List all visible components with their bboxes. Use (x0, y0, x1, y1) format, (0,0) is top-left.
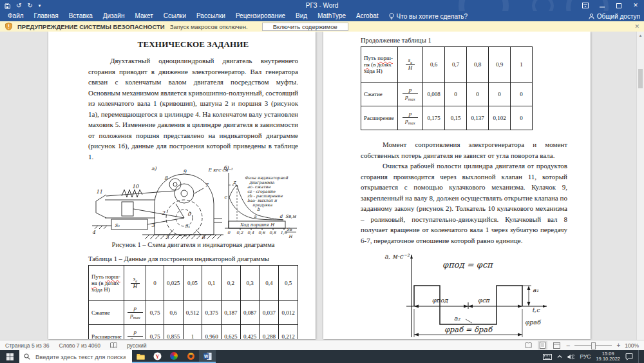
taskbar-word[interactable]: W (199, 350, 216, 363)
tab-references[interactable]: Ссылки (158, 11, 191, 21)
tell-me-box[interactable]: Что вы хотите сделать? (384, 13, 468, 20)
taskbar-yandex-browser[interactable]: Y (149, 350, 166, 363)
warning-message: Запуск макросов отключен. (170, 23, 248, 30)
page-indicator[interactable]: Страница 5 из 36 (5, 342, 49, 349)
tab-file[interactable]: Файл (3, 11, 29, 21)
document-page-left[interactable]: ТЕХНИЧЕСКОЕ ЗАДАНИЕ Двухтактный одноцили… (48, 32, 316, 339)
proofing-status-icon[interactable] (110, 342, 117, 348)
table-cell: 0,175 (423, 106, 445, 130)
tab-mathtype[interactable]: MathType (312, 11, 351, 21)
warning-close-icon[interactable]: ✕ (634, 23, 639, 30)
table-cell-label: Сжатие (89, 301, 124, 325)
table-cell: 0,037 (260, 301, 279, 325)
scroll-up-arrow-icon[interactable]: ▲ (637, 32, 644, 39)
table-cell-formula: ppmax (398, 83, 423, 106)
table-cell: 0,425 (240, 325, 260, 340)
document-page-right[interactable]: Продолжение таблицы 1 Путь порш-ня (в до… (323, 32, 591, 339)
svg-text:8: 8 (164, 175, 168, 181)
tab-design[interactable]: Дизайн (98, 11, 130, 21)
svg-text:5: 5 (166, 235, 169, 240)
language-indicator[interactable]: русский (127, 342, 147, 349)
windows-logo-icon (6, 353, 14, 360)
zoom-slider-thumb[interactable] (591, 342, 596, 349)
svg-text:0,8: 0,8 (269, 230, 276, 235)
enable-content-button[interactable]: Включить содержимое (262, 23, 348, 31)
show-desktop-button[interactable] (638, 350, 641, 363)
svg-text:P, кгс·см⁻²: P, кгс·см⁻² (208, 168, 233, 173)
svg-text:Sв: Sв (287, 227, 292, 232)
table-cell-label: Расширение (89, 325, 124, 340)
tab-acrobat[interactable]: Acrobat (351, 11, 383, 21)
svg-text:S₃: S₃ (115, 223, 120, 228)
table-cell: 0 (467, 83, 489, 106)
table-cell: 1 (511, 47, 533, 83)
svg-text:φраб: φраб (525, 319, 541, 326)
doc-paragraph: Очистка рабочей полости цилиндра двигате… (361, 161, 567, 246)
taskbar-app-sphere[interactable] (166, 350, 182, 363)
svg-text:ас- сжатие: ас- сжатие (247, 184, 270, 189)
table-cell-label: Путь порш-ня (в доляххода Н) (361, 47, 398, 83)
table-cell: 0,512 (183, 301, 202, 325)
warning-title: ПРЕДУПРЕЖДЕНИЕ СИСТЕМЫ БЕЗОПАСНОСТИ (17, 23, 165, 30)
zoom-level[interactable]: 100% (625, 342, 639, 349)
tab-review[interactable]: Рецензирование (231, 11, 290, 21)
maximize-button[interactable] (611, 0, 627, 11)
search-input[interactable] (34, 353, 127, 361)
action-center-icon[interactable] (625, 353, 633, 360)
zoom-out-button[interactable]: − (566, 342, 570, 349)
close-button[interactable]: ✕ (627, 0, 644, 11)
start-button[interactable] (0, 350, 19, 363)
clock[interactable]: 15:09 19.10.2022 (596, 351, 620, 362)
table-cell: 0,3 (240, 266, 260, 301)
web-layout-view-icon[interactable] (552, 341, 562, 349)
table-cell: 0,375 (202, 301, 222, 325)
volume-icon[interactable] (567, 354, 574, 360)
zoom-slider[interactable] (574, 342, 612, 349)
touch-keyboard-icon[interactable] (543, 354, 552, 360)
table-cell-formula: ppmax (398, 106, 423, 130)
svg-text:t,c: t,c (532, 306, 540, 313)
svg-text:φраб = δраб: φраб = δраб (444, 325, 493, 334)
table-cell: 0,4 (260, 266, 279, 301)
table-cell: 0,212 (279, 325, 298, 340)
minimize-button[interactable] (594, 0, 611, 11)
lightbulb-icon (389, 13, 394, 20)
table-cell: 0,6 (423, 47, 445, 83)
table-cell: 0,960 (202, 325, 222, 340)
table1-caption: Таблица 1 – Данные для построения индика… (88, 255, 298, 262)
hidden-icons-chevron[interactable] (557, 355, 562, 358)
clock-date: 19.10.2022 (596, 357, 620, 362)
ring-app-icon (187, 353, 194, 360)
print-layout-view-icon[interactable] (538, 341, 547, 349)
table-row: Расширение ppmax 0,75 0,855 1 0,960 0,62… (89, 325, 298, 340)
tab-insert[interactable]: Вставка (64, 11, 98, 21)
vertical-scrollbar[interactable]: ▲ (636, 32, 644, 340)
taskbar-app-ring[interactable] (182, 350, 199, 363)
share-button[interactable]: Общий доступ (589, 11, 640, 21)
taskbar-search[interactable] (19, 350, 132, 363)
person-icon (589, 14, 594, 19)
tab-mailings[interactable]: Рассылки (191, 11, 231, 21)
scrollbar-thumb[interactable] (638, 69, 643, 88)
document-workspace: ТЕХНИЧЕСКОЕ ЗАДАНИЕ Двухтактный одноцили… (0, 32, 644, 340)
tab-view[interactable]: Вид (290, 11, 312, 21)
table-cell: 0,1 (202, 266, 222, 301)
windows-taskbar: Y W РУС (0, 350, 644, 363)
titlebar: ↺ ↻ ▾ РГЗ - Word ✕ (0, 0, 644, 11)
zoom-in-button[interactable]: + (616, 342, 620, 349)
word-count[interactable]: Слово 7 из 4060 (59, 342, 100, 349)
table-cell: 0,855 (164, 325, 183, 340)
taskbar-explorer[interactable] (132, 350, 149, 363)
language-tray-indicator[interactable]: РУС (580, 353, 591, 360)
yandex-browser-icon: Y (153, 352, 162, 360)
tab-layout[interactable]: Макет (129, 11, 158, 21)
svg-text:c: c (224, 194, 227, 200)
table-cell-formula: ppmax (124, 325, 146, 340)
table-cell: 0,012 (279, 301, 298, 325)
read-mode-view-icon[interactable] (524, 341, 533, 349)
ribbon-display-options-icon[interactable] (577, 0, 594, 11)
table-cell: 0 (146, 266, 164, 301)
table-cell: 0 (445, 83, 467, 106)
table-cell: 0,75 (146, 301, 164, 325)
tab-home[interactable]: Главная (29, 11, 64, 21)
